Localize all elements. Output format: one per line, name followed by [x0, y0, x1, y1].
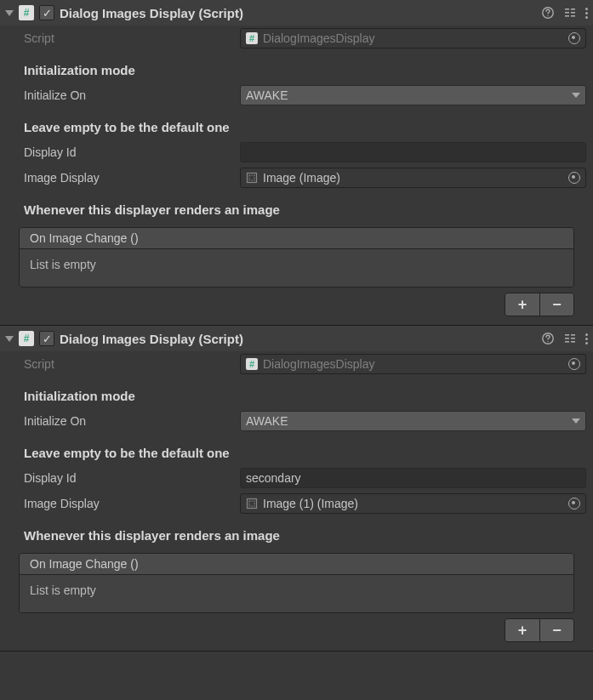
- csharp-asset-icon: #: [246, 358, 258, 370]
- initialize-on-row: Initialize On AWAKE: [0, 408, 593, 434]
- event-list-empty: List is empty: [20, 249, 573, 287]
- display-id-label: Display Id: [24, 145, 240, 159]
- init-section-header: Initialization mode: [0, 51, 593, 83]
- event-list-buttons: + −: [505, 293, 574, 316]
- component-title: Dialog Images Display (Script): [60, 6, 536, 20]
- svg-rect-16: [571, 338, 575, 339]
- event-list-empty: List is empty: [20, 575, 573, 612]
- script-row: Script # DialogImagesDisplay: [0, 351, 593, 377]
- remove-event-button[interactable]: −: [539, 619, 573, 641]
- svg-rect-9: [249, 175, 254, 180]
- initialize-on-row: Initialize On AWAKE: [0, 83, 593, 108]
- recttransform-icon: [246, 172, 258, 184]
- object-picker-icon[interactable]: [568, 172, 580, 184]
- event-section-header: Whenever this displayer renders an image: [0, 516, 593, 548]
- script-value: DialogImagesDisplay: [263, 31, 563, 45]
- display-id-label: Display Id: [24, 471, 240, 485]
- svg-rect-19: [249, 501, 254, 506]
- svg-rect-2: [565, 9, 569, 10]
- svg-point-11: [547, 341, 548, 342]
- enable-checkbox[interactable]: ✓: [39, 331, 54, 346]
- image-display-value: Image (1) (Image): [263, 497, 563, 510]
- svg-rect-4: [565, 15, 569, 17]
- script-value: DialogImagesDisplay: [263, 357, 563, 371]
- display-id-row: Display Id: [0, 139, 593, 165]
- preset-icon[interactable]: [563, 332, 577, 345]
- event-name: On Image Change (): [20, 554, 573, 575]
- help-icon[interactable]: [541, 332, 555, 345]
- unity-event-block: On Image Change () List is empty: [19, 553, 574, 613]
- enable-checkbox[interactable]: ✓: [39, 5, 54, 20]
- component-header[interactable]: # ✓ Dialog Images Display (Script): [0, 0, 593, 26]
- event-name: On Image Change (): [20, 228, 573, 249]
- foldout-icon[interactable]: [5, 336, 14, 342]
- help-icon[interactable]: [541, 6, 555, 20]
- object-picker-icon[interactable]: [568, 498, 580, 509]
- image-display-row: Image Display Image (Image): [0, 165, 593, 191]
- image-display-object-field[interactable]: Image (1) (Image): [240, 493, 586, 514]
- object-picker-icon[interactable]: [568, 32, 580, 44]
- script-object-field[interactable]: # DialogImagesDisplay: [240, 354, 586, 374]
- preset-icon[interactable]: [563, 6, 577, 20]
- svg-rect-3: [565, 12, 569, 14]
- add-event-button[interactable]: +: [505, 619, 539, 641]
- image-display-row: Image Display Image (1) (Image): [0, 491, 593, 516]
- svg-rect-5: [571, 9, 575, 10]
- initialize-on-label: Initialize On: [24, 88, 240, 102]
- init-section-header: Initialization mode: [0, 377, 593, 408]
- svg-rect-7: [571, 15, 575, 17]
- inspector-component: # ✓ Dialog Images Display (Script) Scrip…: [0, 326, 593, 652]
- image-display-object-field[interactable]: Image (Image): [240, 168, 586, 188]
- svg-rect-6: [571, 12, 575, 14]
- component-header[interactable]: # ✓ Dialog Images Display (Script): [0, 326, 593, 351]
- image-display-label: Image Display: [24, 171, 240, 185]
- event-section-header: Whenever this displayer renders an image: [0, 191, 593, 222]
- event-list-buttons: + −: [505, 618, 574, 642]
- svg-rect-13: [565, 338, 569, 339]
- initialize-on-dropdown[interactable]: AWAKE: [240, 411, 586, 431]
- svg-rect-12: [565, 334, 569, 336]
- component-title: Dialog Images Display (Script): [60, 332, 536, 346]
- display-id-value: secondary: [246, 471, 580, 485]
- svg-rect-14: [565, 341, 569, 343]
- csharp-asset-icon: #: [246, 32, 258, 44]
- script-row: Script # DialogImagesDisplay: [0, 26, 593, 51]
- script-object-field[interactable]: # DialogImagesDisplay: [240, 28, 586, 48]
- script-type-icon: #: [19, 331, 34, 346]
- initialize-on-dropdown[interactable]: AWAKE: [240, 85, 586, 105]
- initialize-on-value: AWAKE: [246, 88, 567, 102]
- inspector-component: # ✓ Dialog Images Display (Script) Scrip…: [0, 0, 593, 326]
- svg-rect-8: [248, 174, 257, 183]
- svg-point-1: [547, 15, 548, 16]
- display-id-row: Display Id secondary: [0, 465, 593, 491]
- display-id-input[interactable]: secondary: [240, 468, 586, 488]
- svg-rect-17: [571, 341, 575, 343]
- foldout-icon[interactable]: [5, 10, 14, 16]
- display-section-header: Leave empty to be the default one: [0, 108, 593, 139]
- svg-rect-15: [571, 334, 575, 336]
- initialize-on-label: Initialize On: [24, 414, 240, 428]
- script-label: Script: [24, 357, 240, 371]
- recttransform-icon: [246, 498, 258, 509]
- svg-rect-18: [248, 499, 257, 509]
- unity-event-block: On Image Change () List is empty: [19, 227, 574, 287]
- kebab-menu-icon[interactable]: [585, 8, 588, 19]
- kebab-menu-icon[interactable]: [585, 333, 588, 344]
- script-label: Script: [24, 31, 240, 45]
- object-picker-icon[interactable]: [568, 358, 580, 370]
- add-event-button[interactable]: +: [505, 293, 539, 316]
- image-display-label: Image Display: [24, 497, 240, 510]
- image-display-value: Image (Image): [263, 171, 563, 185]
- script-type-icon: #: [19, 5, 34, 20]
- display-id-input[interactable]: [240, 142, 586, 162]
- display-section-header: Leave empty to be the default one: [0, 434, 593, 465]
- initialize-on-value: AWAKE: [246, 414, 567, 428]
- remove-event-button[interactable]: −: [539, 293, 573, 316]
